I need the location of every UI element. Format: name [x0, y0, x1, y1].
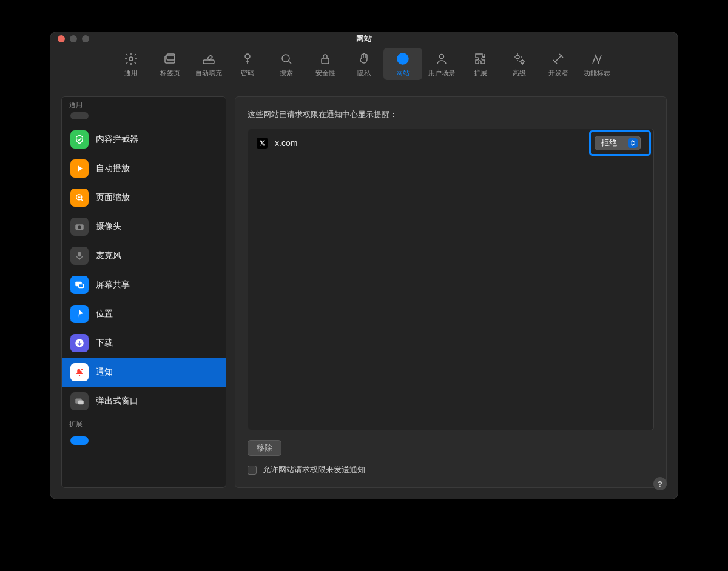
sidebar-item-label: 通知 [96, 367, 113, 378]
toolbar-tab-label: 开发者 [548, 68, 568, 78]
person-icon [434, 52, 449, 66]
toolbar-tab-privacy[interactable]: 隐私 [345, 48, 383, 80]
titlebar: 网站 [50, 32, 678, 45]
sidebar-list[interactable]: 内容拦截器自动播放页面缩放摄像头麦克风屏幕共享位置下载通知弹出式窗口扩展 [62, 112, 226, 487]
toolbar-tab-label: 功能标志 [584, 68, 610, 78]
hand-icon [357, 52, 371, 66]
main-panel: 这些网站已请求权限在通知中心显示提醒： 𝕏 x.com 拒绝 移除 允许网站请求… [235, 96, 667, 488]
toolbar-tab-security[interactable]: 安全性 [306, 48, 345, 80]
mic-icon [70, 247, 89, 265]
toolbar-tab-advanced[interactable]: 高级 [500, 48, 539, 80]
camera-icon [70, 218, 89, 236]
sidebar-item-camera[interactable]: 摄像头 [62, 212, 226, 241]
key-icon [240, 52, 255, 66]
sidebar-section-general: 通用 [62, 97, 226, 112]
permission-value: 拒绝 [601, 138, 617, 149]
sidebar-item-content-blockers[interactable]: 内容拦截器 [62, 125, 226, 154]
toolbar-tab-websites[interactable]: 网站 [383, 48, 422, 80]
toolbar-tab-label: 安全性 [315, 68, 335, 78]
help-button[interactable]: ? [653, 477, 667, 490]
toolbar-tab-label: 通用 [124, 68, 138, 78]
sidebar-item-label: 麦克风 [96, 250, 121, 261]
gear-icon [124, 52, 138, 66]
allow-request-checkbox[interactable] [248, 466, 257, 475]
toolbar-tab-extensions[interactable]: 扩展 [461, 48, 500, 80]
bell-icon [70, 363, 89, 381]
window-title: 网站 [50, 33, 678, 44]
toolbar-tab-label: 扩展 [474, 68, 487, 78]
sidebar-item-label: 屏幕共享 [96, 279, 130, 290]
globe-icon [396, 52, 410, 66]
toolbar-tab-developer[interactable]: 开发者 [539, 48, 578, 80]
permission-select[interactable]: 拒绝 [595, 136, 641, 150]
tabs-icon [163, 52, 177, 66]
gears-icon [512, 52, 527, 66]
toolbar-tab-label: 高级 [513, 68, 526, 78]
sidebar-item-location[interactable]: 位置 [62, 299, 226, 329]
sidebar-item-label: 内容拦截器 [96, 134, 138, 145]
toolbar-tab-general[interactable]: 通用 [112, 48, 150, 80]
settings-sidebar: 通用 内容拦截器自动播放页面缩放摄像头麦克风屏幕共享位置下载通知弹出式窗口扩展 [61, 96, 226, 488]
sidebar-item-extension-truncated[interactable] [62, 431, 226, 450]
chevron-updown-icon [628, 138, 638, 148]
toolbar-tab-passwords[interactable]: 密码 [228, 48, 267, 80]
zoom-icon [70, 189, 89, 207]
toolbar-tab-profiles[interactable]: 用户场景 [422, 48, 461, 80]
toolbar-tab-label: 自动填充 [195, 68, 222, 78]
toolbar-tab-tabs[interactable]: 标签页 [150, 48, 189, 80]
sidebar-item-microphone[interactable]: 麦克风 [62, 241, 226, 270]
toolbar-tab-label: 隐私 [357, 68, 371, 78]
permission-highlight: 拒绝 [589, 130, 651, 156]
sidebar-item-label: 弹出式窗口 [96, 396, 138, 407]
toolbar-tab-label: 网站 [396, 68, 410, 78]
download-icon [70, 334, 89, 352]
sidebar-item-downloads[interactable]: 下载 [62, 329, 226, 358]
sidebar-item-label: 下载 [96, 338, 113, 349]
sidebar-item-popups[interactable]: 弹出式窗口 [62, 387, 226, 416]
preferences-window: 网站 通用标签页自动填充密码搜索安全性隐私网站用户场景扩展高级开发者功能标志 通… [50, 32, 678, 499]
site-row[interactable]: 𝕏 x.com 拒绝 [248, 129, 653, 157]
toolbar-tab-label: 用户场景 [428, 68, 455, 78]
site-name: x.com [275, 138, 297, 148]
puzzle-icon [473, 52, 488, 66]
generic-icon [70, 112, 89, 119]
sidebar-item-page-zoom[interactable]: 页面缩放 [62, 183, 226, 212]
search-icon [279, 52, 294, 66]
screen-icon [70, 276, 89, 294]
panel-description: 这些网站已请求权限在通知中心显示提醒： [248, 109, 654, 120]
extension-icon [70, 436, 89, 445]
shield-icon [70, 130, 89, 149]
remove-button[interactable]: 移除 [248, 440, 281, 456]
flags-icon [590, 52, 604, 66]
play-icon [70, 159, 89, 178]
tools-icon [551, 52, 565, 66]
toolbar-tab-autofill[interactable]: 自动填充 [189, 48, 228, 80]
toolbar-tab-flags[interactable]: 功能标志 [578, 48, 616, 80]
sidebar-section-extensions: 扩展 [62, 416, 226, 431]
pencil-icon [201, 52, 216, 66]
site-favicon: 𝕏 [257, 138, 268, 149]
popup-icon [70, 392, 89, 410]
sidebar-item-screen-sharing[interactable]: 屏幕共享 [62, 270, 226, 299]
allow-request-label: 允许网站请求权限来发送通知 [263, 464, 365, 475]
preferences-toolbar: 通用标签页自动填充密码搜索安全性隐私网站用户场景扩展高级开发者功能标志 [50, 45, 678, 85]
toolbar-tab-label: 标签页 [160, 68, 180, 78]
toolbar-tab-label: 搜索 [280, 68, 293, 78]
sidebar-item-label: 自动播放 [96, 163, 130, 174]
sidebar-item-label: 摄像头 [96, 221, 121, 232]
sidebar-item-label: 位置 [96, 309, 113, 319]
sidebar-item-label: 页面缩放 [96, 192, 130, 203]
window-body: 通用 内容拦截器自动播放页面缩放摄像头麦克风屏幕共享位置下载通知弹出式窗口扩展 … [50, 85, 678, 499]
toolbar-tab-search[interactable]: 搜索 [267, 48, 306, 80]
allow-request-row: 允许网站请求权限来发送通知 [248, 464, 654, 475]
site-list[interactable]: 𝕏 x.com 拒绝 [248, 129, 654, 430]
panel-footer: 移除 允许网站请求权限来发送通知 [248, 440, 654, 475]
location-icon [70, 305, 89, 323]
sidebar-item-autoplay[interactable]: 自动播放 [62, 154, 226, 183]
toolbar-tab-label: 密码 [241, 68, 254, 78]
sidebar-item-truncated[interactable] [62, 112, 226, 125]
lock-icon [318, 52, 332, 66]
sidebar-item-notifications[interactable]: 通知 [62, 358, 226, 387]
